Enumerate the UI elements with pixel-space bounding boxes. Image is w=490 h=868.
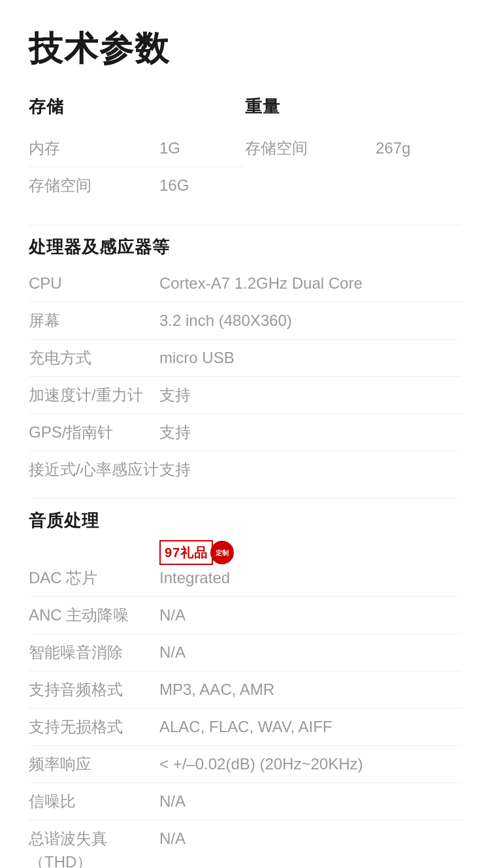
list-item: ANC 主动降噪 N/A	[29, 597, 461, 634]
spec-value: Cortex-A7 1.2GHz Dual Core	[159, 272, 461, 295]
section-divider	[29, 498, 461, 499]
spec-label: 充电方式	[29, 346, 159, 370]
spec-label: ANC 主动降噪	[29, 603, 159, 627]
spec-label: 支持音频格式	[29, 678, 159, 701]
watermark-overlay: 97礼品 定制	[159, 540, 234, 565]
list-item: GPS/指南针 支持	[29, 414, 461, 451]
spec-value: micro USB	[159, 346, 461, 370]
weight-col: 存储空间 267g	[245, 130, 461, 204]
processor-section: 处理器及感应器等 CPU Cortex-A7 1.2GHz Dual Core …	[29, 236, 461, 488]
spec-label: 总谐波失真（THD）	[29, 827, 159, 868]
spec-value: 支持	[159, 458, 461, 481]
list-item: 存储空间 16G	[29, 167, 245, 204]
watermark-stamp: 定制	[210, 541, 234, 564]
spec-value: 1G	[159, 137, 245, 160]
list-item: 屏幕 3.2 inch (480X360)	[29, 302, 461, 340]
watermark-text: 97礼品	[159, 540, 213, 565]
list-item: 智能噪音消除 N/A	[29, 634, 461, 671]
list-item: 接近式/心率感应计 支持	[29, 451, 461, 488]
dac-value: Integrated	[159, 569, 230, 587]
spec-label: 信噪比	[29, 790, 159, 813]
spec-value: 16G	[159, 174, 245, 197]
list-item: 内存 1G	[29, 130, 245, 167]
list-item: CPU Cortex-A7 1.2GHz Dual Core	[29, 265, 461, 302]
spec-label: CPU	[29, 272, 159, 295]
spec-label: 屏幕	[29, 309, 159, 332]
section-divider	[29, 225, 461, 225]
spec-value: < +/–0.02(dB) (20Hz~20KHz)	[159, 752, 461, 776]
page-title: 技术参数	[29, 26, 461, 72]
processor-header: 处理器及感应器等	[29, 236, 461, 259]
audio-header: 音质处理	[29, 509, 461, 532]
spec-label: 存储空间	[245, 137, 376, 160]
storage-header: 存储	[29, 95, 245, 118]
list-item: 加速度计/重力计 支持	[29, 377, 461, 414]
spec-label: 支持无损格式	[29, 715, 159, 739]
spec-value: MP3, AAC, AMR	[159, 678, 461, 701]
spec-label: 加速度计/重力计	[29, 383, 159, 407]
spec-label: 接近式/心率感应计	[29, 458, 159, 481]
spec-value: N/A	[159, 827, 461, 850]
spec-value: 97礼品 定制 Integrated	[159, 545, 461, 590]
spec-label: 存储空间	[29, 174, 159, 197]
spec-value: 支持	[159, 421, 461, 444]
weight-header: 重量	[245, 95, 461, 118]
spec-label: 内存	[29, 137, 159, 160]
spec-label: 智能噪音消除	[29, 641, 159, 664]
spec-value: N/A	[159, 603, 461, 627]
list-item: 频率响应 < +/–0.02(dB) (20Hz~20KHz)	[29, 746, 461, 783]
storage-col: 内存 1G 存储空间 16G	[29, 130, 245, 204]
list-item: 充电方式 micro USB	[29, 340, 461, 377]
list-item: 存储空间 267g	[245, 130, 461, 167]
storage-weight-section: 存储 重量 内存 1G 存储空间 16G 存储空间 267g	[29, 95, 461, 204]
list-item: 信噪比 N/A	[29, 783, 461, 820]
spec-label: DAC 芯片	[29, 566, 159, 590]
spec-value: 267g	[376, 137, 461, 160]
spec-value: N/A	[159, 790, 461, 813]
audio-section: 音质处理 DAC 芯片 97礼品 定制 Integrated ANC 主动降噪 …	[29, 509, 461, 868]
list-item: 支持无损格式 ALAC, FLAC, WAV, AIFF	[29, 709, 461, 746]
list-item: 总谐波失真（THD） N/A	[29, 820, 461, 868]
list-item: 支持音频格式 MP3, AAC, AMR	[29, 671, 461, 709]
spec-value: 3.2 inch (480X360)	[159, 309, 461, 332]
spec-value: 支持	[159, 383, 461, 407]
list-item: DAC 芯片 97礼品 定制 Integrated	[29, 539, 461, 597]
spec-value: ALAC, FLAC, WAV, AIFF	[159, 715, 461, 739]
spec-value: N/A	[159, 641, 461, 664]
spec-label: GPS/指南针	[29, 421, 159, 444]
spec-label: 频率响应	[29, 752, 159, 776]
